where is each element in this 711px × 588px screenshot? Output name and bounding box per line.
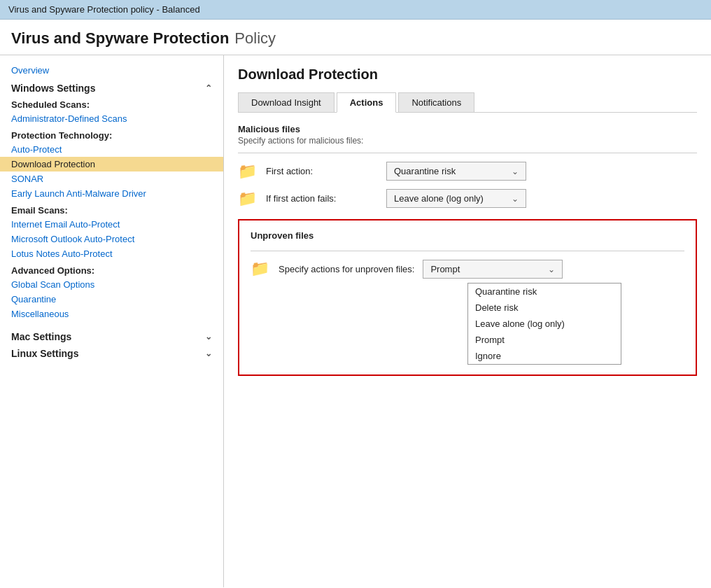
main-heading-title: Virus and Spyware Protection [11, 29, 229, 48]
second-action-value: Leave alone (log only) [394, 193, 484, 204]
option-delete-risk[interactable]: Delete risk [468, 300, 621, 316]
malicious-files-section: Malicious files Specify actions for mali… [238, 124, 697, 208]
sidebar-item-download-protection[interactable]: Download Protection [0, 157, 223, 172]
unproven-action-dropdown[interactable]: Prompt ⌄ [423, 260, 563, 279]
sidebar-subsection-scheduled-scans: Scheduled Scans: [0, 95, 223, 111]
unproven-files-title: Unproven files [251, 230, 684, 241]
tab-download-insight[interactable]: Download Insight [238, 92, 335, 112]
layout: Overview Windows Settings ⌃ Scheduled Sc… [0, 55, 711, 587]
malicious-files-title: Malicious files [238, 124, 697, 134]
option-leave-alone[interactable]: Leave alone (log only) [468, 316, 621, 332]
sidebar-subsection-protection-tech: Protection Technology: [0, 126, 223, 142]
sidebar-item-overview[interactable]: Overview [0, 62, 223, 78]
sidebar-item-elam-driver[interactable]: Early Launch Anti-Malware Driver [0, 186, 223, 201]
first-action-value: Quarantine risk [394, 166, 456, 176]
unproven-selected-value: Prompt [430, 264, 460, 274]
section-divider [238, 153, 697, 153]
first-action-row: 📁 First action: Quarantine risk ⌄ [238, 162, 697, 181]
sidebar-item-lotus-notes[interactable]: Lotus Notes Auto-Protect [0, 246, 223, 261]
mac-settings-chevron: ⌄ [205, 332, 212, 342]
main-heading-subtitle: Policy [234, 29, 276, 48]
second-action-dropdown[interactable]: Leave alone (log only) ⌄ [386, 189, 526, 208]
first-action-arrow: ⌄ [512, 167, 519, 176]
option-ignore[interactable]: Ignore [468, 348, 621, 364]
linux-settings-chevron: ⌄ [205, 349, 212, 358]
unproven-action-label: Specify actions for unproven files: [279, 264, 414, 274]
sidebar-item-quarantine[interactable]: Quarantine [0, 292, 223, 307]
main-heading: Virus and Spyware Protection Policy [0, 20, 711, 55]
sidebar-item-global-scan[interactable]: Global Scan Options [0, 277, 223, 292]
second-action-arrow: ⌄ [512, 194, 519, 204]
sidebar-item-admin-scans[interactable]: Administrator-Defined Scans [0, 111, 223, 126]
sidebar-subsection-email-scans: Email Scans: [0, 201, 223, 217]
first-action-label: First action: [266, 166, 378, 176]
unproven-files-section: Unproven files 📁 Specify actions for unp… [238, 219, 697, 376]
sidebar-subsection-advanced-options: Advanced Options: [0, 261, 223, 277]
tab-actions[interactable]: Actions [337, 92, 397, 113]
unproven-divider [251, 251, 684, 251]
title-bar-text: Virus and Spyware Protection policy - Ba… [8, 4, 200, 15]
unproven-action-row: 📁 Specify actions for unproven files: Pr… [251, 260, 684, 365]
option-prompt[interactable]: Prompt [468, 332, 621, 348]
unproven-arrow: ⌄ [548, 265, 555, 274]
second-action-label: If first action fails: [266, 193, 378, 204]
content-area: Download Protection Download Insight Act… [224, 55, 711, 587]
sidebar-item-internet-email[interactable]: Internet Email Auto-Protect [0, 217, 223, 232]
windows-settings-chevron: ⌃ [205, 83, 212, 93]
tabs-bar: Download Insight Actions Notifications [238, 92, 697, 113]
sidebar-item-outlook[interactable]: Microsoft Outlook Auto-Protect [0, 232, 223, 246]
sidebar-section-mac-settings[interactable]: Mac Settings ⌄ [0, 327, 223, 344]
first-action-dropdown[interactable]: Quarantine risk ⌄ [386, 162, 526, 181]
title-bar: Virus and Spyware Protection policy - Ba… [0, 0, 711, 20]
folder-icon-unproven: 📁 [251, 260, 270, 278]
sidebar-item-miscellaneous[interactable]: Miscellaneous [0, 307, 223, 321]
sidebar-section-linux-settings[interactable]: Linux Settings ⌄ [0, 344, 223, 360]
sidebar-section-windows-settings[interactable]: Windows Settings ⌃ [0, 78, 223, 95]
unproven-row-right: Specify actions for unproven files: Prom… [279, 260, 621, 365]
tab-notifications[interactable]: Notifications [398, 92, 474, 112]
malicious-files-subtitle: Specify actions for malicious files: [238, 136, 697, 146]
sidebar-item-sonar[interactable]: SONAR [0, 172, 223, 186]
option-quarantine-risk[interactable]: Quarantine risk [468, 284, 621, 300]
unproven-dropdown-list: Quarantine risk Delete risk Leave alone … [467, 283, 621, 365]
sidebar: Overview Windows Settings ⌃ Scheduled Sc… [0, 55, 224, 587]
second-action-row: 📁 If first action fails: Leave alone (lo… [238, 189, 697, 208]
sidebar-item-auto-protect[interactable]: Auto-Protect [0, 142, 223, 157]
folder-icon-second: 📁 [238, 190, 258, 208]
folder-icon-first: 📁 [238, 162, 258, 181]
content-title: Download Protection [238, 66, 697, 83]
